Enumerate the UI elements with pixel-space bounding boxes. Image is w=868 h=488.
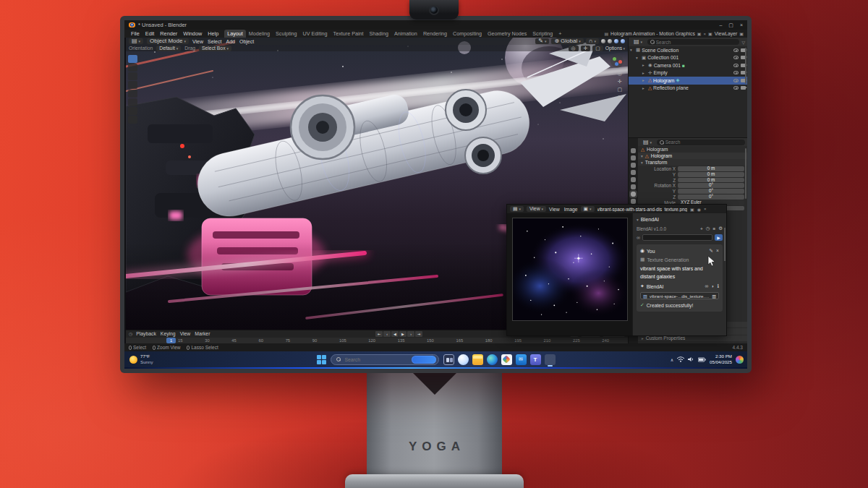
hide-viewport-eye-icon[interactable] [733,48,739,52]
start-button[interactable] [317,355,326,364]
menu-item[interactable]: File [128,30,142,37]
outliner-item-label[interactable]: Empty [653,70,667,75]
close-button[interactable]: × [740,22,743,28]
chat-bubble-icon[interactable]: ◗ [711,283,714,289]
outliner-item-label[interactable]: Camera 001 [654,63,681,68]
properties-tab-icon[interactable] [631,155,636,160]
expand-arrow-icon[interactable]: ▸ [642,71,647,75]
image-canvas[interactable] [507,213,634,335]
properties-tab-icon[interactable] [631,177,636,182]
image-datablock-icon[interactable]: ▣▾ [581,206,595,212]
shading-solid-icon[interactable] [608,39,612,43]
link-icon[interactable]: ∞ [705,283,708,289]
properties-tab-icon[interactable] [631,184,636,189]
shading-material-icon[interactable] [614,39,618,43]
new-image-icon[interactable]: ▣ [690,207,694,212]
tool-select-box[interactable] [128,55,137,63]
workspace-tab[interactable]: Texture Paint [331,30,367,38]
workspace-tab[interactable]: Geometry Nodes [485,30,529,38]
properties-editor-icon[interactable]: ▤▾ [640,140,655,145]
xray-toggle-icon[interactable]: ▢ [592,46,603,51]
hide-viewport-eye-icon[interactable] [733,86,739,90]
timeline-menu-item[interactable]: Keying [161,331,176,336]
field-value[interactable]: 0 m [678,166,744,171]
delete-x-icon[interactable]: × [716,248,719,254]
outliner-row[interactable]: ▸ ✛ Empty [629,69,747,77]
outliner-row[interactable]: ▾ ▣ Collection 001 [629,54,747,62]
tool-measure[interactable] [128,116,137,124]
menu-item[interactable]: Edit [142,30,158,37]
trash-icon[interactable]: ▥ [712,294,716,299]
attach-link-icon[interactable]: ∞ [637,235,640,240]
display-mode-dropdown[interactable]: View▾ [527,206,546,212]
playhead[interactable]: 1 [166,338,176,343]
overlay-toggle-icon[interactable]: ◎ [569,46,579,51]
tool-annotate[interactable] [128,107,137,115]
workspace-tab[interactable]: + [556,30,564,38]
field-value[interactable]: 0° [678,183,744,188]
blendai-prompt-input[interactable] [642,234,712,241]
taskbar-app-icon[interactable] [458,354,469,365]
mode-dropdown[interactable]: Object Mode▾ [147,38,189,44]
send-button[interactable]: ▶ [715,234,723,241]
expand-arrow-icon[interactable]: ▸ [642,86,647,90]
properties-tab-icon[interactable] [631,148,636,153]
hide-viewport-eye-icon[interactable] [733,71,739,74]
viewport-menu-item[interactable]: Add [226,39,234,44]
outliner-row[interactable]: ▾ ▦ Scene Collection [629,46,747,54]
search-highlight-badge[interactable] [412,356,436,364]
viewlayer-selector[interactable]: ViewLayer [715,31,738,36]
options-dropdown[interactable]: Options ▾ [605,46,625,51]
workspace-tab[interactable]: Shading [367,30,391,38]
shading-rendered-icon[interactable] [621,39,625,43]
scene-selector[interactable]: Hologram Animation - Motion Graphics [610,31,695,36]
workspace-tab[interactable]: Compositing [450,30,485,38]
navigation-gizmo[interactable] [610,55,624,68]
transport-button[interactable]: ‹ [383,331,391,337]
transport-button[interactable]: › [407,331,414,337]
taskbar-app-icon[interactable] [501,354,512,365]
drag-value-dropdown[interactable]: Select Box▾ [199,46,231,51]
filter-icon[interactable]: ▽ [741,40,745,45]
image-editor-menu-item[interactable]: View [549,207,560,212]
viewport-menu-item[interactable]: View [192,39,203,44]
weather-widget[interactable]: 77°F Sunny [129,354,153,365]
editor-type-icon[interactable]: ▤▾ [129,38,143,44]
pan-icon[interactable]: ✛ [617,79,622,85]
zoom-icon[interactable]: ◎ [617,71,622,77]
workspace-tab[interactable]: Animation [391,30,420,38]
battery-icon[interactable] [698,357,706,362]
wifi-icon[interactable] [677,356,684,362]
transport-button[interactable]: ⇤ [375,331,383,337]
minimize-button[interactable]: – [719,22,722,28]
unlink-image-icon[interactable]: × [704,207,707,211]
tray-chevron-icon[interactable]: ∧ [671,357,673,362]
object-name-row[interactable]: ▾ △ Hologram [638,153,747,159]
timeline-menu-item[interactable]: View [180,331,191,336]
field-value[interactable]: 0° [678,189,744,194]
info-icon[interactable]: ℹ [717,283,719,289]
tool-move[interactable] [128,72,137,80]
disable-render-camera-icon[interactable] [741,86,746,90]
shading-wireframe-icon[interactable] [601,39,605,43]
copilot-tray-icon[interactable] [736,356,744,364]
taskbar-search-input[interactable] [344,356,409,363]
unlink-scene-icon[interactable]: × [704,32,707,36]
clock-icon[interactable]: ◷ [129,331,132,336]
gizmo-toggle-icon[interactable]: ✛ [581,46,591,51]
properties-tab-icon[interactable] [631,163,636,168]
maximize-button[interactable]: ▢ [728,22,733,28]
expand-arrow-icon[interactable]: ▸ [642,78,647,82]
pack-image-icon[interactable]: ◉ [697,207,701,212]
menu-item[interactable]: Render [157,30,180,37]
image-editor-menu-item[interactable]: Image [564,207,578,212]
taskbar-search[interactable] [331,354,439,365]
edit-pencil-icon[interactable]: ✎ [709,248,713,254]
workspace-tab[interactable]: Rendering [420,30,450,38]
history-icon[interactable]: ◷ [706,226,710,231]
timeline-menu-item[interactable]: Playback [136,331,156,336]
properties-tab-icon[interactable] [631,199,636,204]
outliner-item-label[interactable]: Reflection plane [653,85,689,90]
list-icon[interactable]: ≡ [712,226,715,231]
taskbar-clock[interactable]: 2:30 PM 05/04/2025 [710,354,732,365]
